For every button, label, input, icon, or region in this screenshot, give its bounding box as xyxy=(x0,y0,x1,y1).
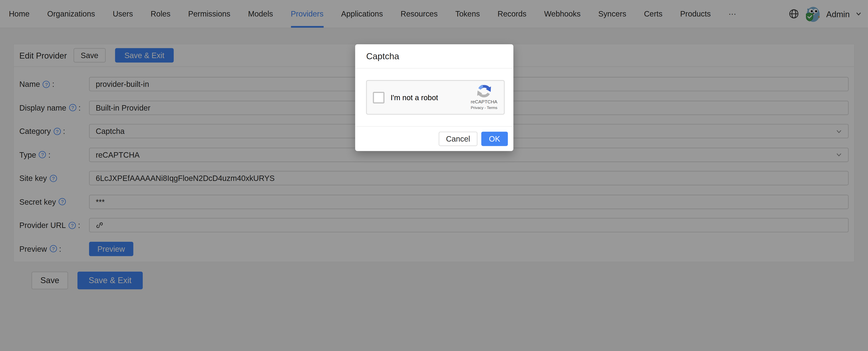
recaptcha-logo-icon xyxy=(477,84,491,99)
links-separator: - xyxy=(485,105,486,109)
captcha-modal: Captcha I'm not a robot reCAPTCHA Pri xyxy=(355,44,514,151)
modal-footer: Cancel OK xyxy=(355,126,514,151)
recaptcha-label: I'm not a robot xyxy=(391,93,438,101)
modal-body: I'm not a robot reCAPTCHA Privacy - Term… xyxy=(355,68,514,126)
ok-button[interactable]: OK xyxy=(481,132,508,146)
casdoor-app: Home Organizations Users Roles Permissio… xyxy=(0,0,868,351)
terms-link[interactable]: Terms xyxy=(487,105,498,109)
recaptcha-links: Privacy - Terms xyxy=(468,105,500,109)
modal-title: Captcha xyxy=(366,51,502,61)
recaptcha-widget: I'm not a robot reCAPTCHA Privacy - Term… xyxy=(366,80,504,115)
recaptcha-checkbox[interactable] xyxy=(373,92,384,103)
cancel-button[interactable]: Cancel xyxy=(439,132,477,146)
modal-header: Captcha xyxy=(355,44,514,69)
recaptcha-wordmark: reCAPTCHA xyxy=(468,99,500,104)
privacy-link[interactable]: Privacy xyxy=(471,105,483,109)
recaptcha-brand: reCAPTCHA Privacy - Terms xyxy=(468,84,500,109)
